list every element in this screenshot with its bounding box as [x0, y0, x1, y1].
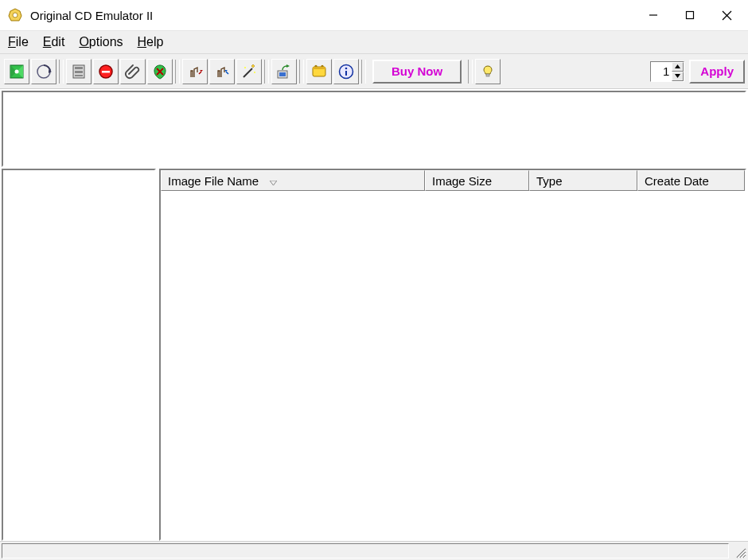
menu-file[interactable]: File: [8, 35, 29, 49]
column-header-image-size[interactable]: Image Size: [425, 170, 529, 191]
window-title: Original CD Emulator II: [30, 9, 153, 22]
column-label: Type: [536, 174, 563, 188]
drives-panel: [2, 91, 746, 167]
image-list-panel: Image File Name Image Size Type Create D…: [159, 169, 746, 541]
delete-image-button[interactable]: [147, 59, 173, 84]
svg-point-30: [345, 67, 348, 69]
hint-button[interactable]: [475, 59, 501, 84]
column-header-type[interactable]: Type: [529, 170, 637, 191]
share-button[interactable]: [271, 59, 297, 84]
svg-rect-28: [313, 67, 325, 69]
svg-point-7: [15, 69, 19, 73]
svg-line-20: [243, 68, 252, 77]
svg-rect-25: [279, 72, 286, 76]
svg-rect-11: [75, 67, 83, 69]
svg-point-23: [254, 72, 255, 73]
create-image-button[interactable]: [4, 59, 29, 84]
svg-rect-32: [486, 74, 489, 76]
column-label: Image File Name: [168, 174, 259, 188]
svg-marker-35: [270, 181, 277, 185]
svg-marker-26: [286, 64, 290, 68]
attach-button[interactable]: [120, 59, 146, 84]
buy-now-button[interactable]: Buy Now: [372, 60, 462, 84]
spin-up-button[interactable]: [672, 62, 684, 72]
menu-edit[interactable]: Edit: [43, 35, 65, 49]
resize-grip-icon[interactable]: [730, 542, 748, 560]
column-header-create-date[interactable]: Create Date: [637, 170, 745, 191]
maximize-button[interactable]: [672, 0, 708, 30]
menu-help[interactable]: Help: [138, 35, 164, 49]
drive-count-input[interactable]: [651, 63, 672, 80]
sort-indicator-icon: [270, 174, 277, 188]
refresh-button[interactable]: [31, 59, 56, 84]
info-button[interactable]: [333, 59, 359, 84]
folder-tree-panel[interactable]: [2, 169, 156, 541]
titlebar: Original CD Emulator II: [0, 0, 748, 30]
svg-marker-21: [251, 64, 255, 68]
column-header-image-file-name[interactable]: Image File Name: [161, 170, 425, 191]
svg-point-22: [244, 67, 246, 68]
apply-button[interactable]: Apply: [689, 60, 745, 84]
menu-options[interactable]: Options: [79, 35, 123, 49]
minimize-button[interactable]: [635, 0, 672, 30]
eject-button[interactable]: [93, 59, 119, 84]
drive-settings-button[interactable]: [66, 59, 92, 84]
app-icon: [8, 8, 22, 22]
column-label: Create Date: [645, 174, 709, 188]
mount-button[interactable]: [182, 59, 208, 84]
svg-rect-15: [102, 71, 110, 73]
status-text: [2, 543, 729, 558]
svg-marker-33: [675, 64, 680, 68]
column-label: Image Size: [432, 174, 492, 188]
svg-point-1: [13, 13, 18, 18]
menubar: File Edit Options Help: [0, 30, 748, 54]
spin-down-button[interactable]: [672, 72, 684, 81]
image-list-body[interactable]: [161, 191, 745, 539]
svg-rect-12: [75, 71, 83, 73]
svg-marker-34: [675, 74, 680, 78]
unmount-button[interactable]: [209, 59, 235, 84]
statusbar: [0, 541, 748, 560]
list-header: Image File Name Image Size Type Create D…: [161, 170, 745, 191]
toolbar: Buy Now: [0, 54, 748, 89]
svg-rect-31: [345, 71, 347, 76]
close-button[interactable]: [708, 0, 745, 30]
svg-marker-18: [200, 70, 203, 72]
favorites-button[interactable]: [306, 59, 332, 84]
wizard-button[interactable]: [236, 59, 262, 84]
drive-count-spinner[interactable]: [650, 61, 684, 82]
svg-rect-13: [75, 75, 83, 76]
svg-rect-3: [687, 12, 694, 19]
